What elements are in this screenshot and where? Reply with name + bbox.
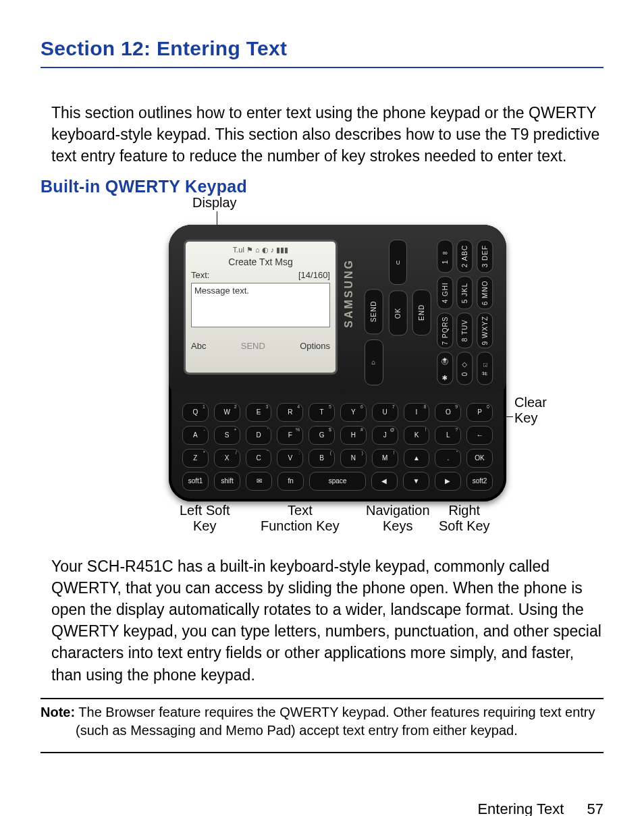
device-figure: Display Clear Key Left Soft Key Text Fun… [115, 199, 601, 537]
qwerty-key: ← [466, 426, 493, 445]
label-text-fn: Text Function Key [261, 503, 340, 534]
qwerty-key: B( [308, 449, 335, 468]
qwerty-key: ◀ [371, 472, 398, 491]
qwerty-key: ✉ [246, 472, 272, 491]
qwerty-key: L? [435, 426, 461, 445]
text-label: Text: [191, 270, 209, 280]
qwerty-key: space [309, 472, 366, 491]
qwerty-key: A- [182, 426, 209, 445]
qwerty-keypad: Q1W2E3R4T5Y6U7I8O9P0A-S+D’F%G$H#J@K!L?←Z… [182, 400, 493, 493]
numpad-key: 8 TUV [456, 312, 473, 348]
numpad: SEND ⌂ ∪ OK END 1 ∞2 ABC3 DEF4 GHI5 JKL6… [365, 240, 493, 385]
qwerty-key: soft2 [466, 472, 493, 491]
label-left-soft: Left Soft Key [180, 503, 230, 534]
footer-label: Entering Text [477, 800, 564, 816]
qwerty-key: G$ [308, 426, 335, 445]
ok-key: OK [389, 290, 408, 335]
char-counter: [14/160] [298, 270, 330, 280]
device-screen: T.ul ⚑ ⌂ ◐ ♪ ▮▮▮ Create Txt Msg Text: [1… [184, 240, 338, 375]
qwerty-key: U7 [372, 403, 398, 422]
note-label: Note: [41, 705, 75, 719]
end-key: END [412, 290, 431, 335]
qwerty-key: Y6 [340, 403, 367, 422]
qwerty-key: Q1 [182, 403, 209, 422]
qwerty-key: V: [277, 449, 303, 468]
label-display: Display [192, 195, 237, 211]
note-rule-bottom [41, 752, 603, 753]
qwerty-key: fn [277, 472, 304, 491]
qwerty-key: F% [277, 426, 303, 445]
brand-logo: SAMSUNG [343, 259, 355, 328]
status-bar: T.ul ⚑ ⌂ ◐ ♪ ▮▮▮ [191, 246, 330, 255]
numpad-key: 1 ∞ [437, 240, 453, 273]
qwerty-key: OK [466, 449, 493, 468]
qwerty-key: soft1 [182, 472, 209, 491]
label-nav: Navigation Keys [366, 503, 430, 534]
label-right-soft: Right Soft Key [439, 503, 490, 534]
device-body: T.ul ⚑ ⌂ ◐ ♪ ▮▮▮ Create Txt Msg Text: [1… [169, 225, 506, 501]
numpad-key: 7 PQRS [437, 312, 453, 348]
numpad-key: # ⏍ [477, 352, 493, 385]
qwerty-key: D’ [246, 426, 272, 445]
message-box: Message text. [191, 283, 330, 327]
qwerty-key: O9 [435, 403, 461, 422]
footer: Entering Text 57 [41, 800, 603, 816]
note-rule-top [41, 698, 603, 699]
numpad-key: 6 MNO [477, 276, 493, 309]
home-key: ⌂ [365, 339, 383, 385]
device-top: T.ul ⚑ ⌂ ◐ ♪ ▮▮▮ Create Txt Msg Text: [1… [169, 225, 506, 393]
qwerty-key: J@ [372, 426, 398, 445]
numpad-grid: 1 ∞2 ABC3 DEF4 GHI5 JKL6 MNO7 PQRS8 TUV9… [437, 240, 493, 385]
qwerty-key: C‾ [246, 449, 272, 468]
qwerty-key: M! [372, 449, 398, 468]
numpad-key: 4 GHI [437, 276, 453, 309]
section-title: Section 12: Entering Text [41, 37, 603, 68]
numpad-key: 0 ◇ [456, 352, 473, 385]
qwerty-key: K! [404, 426, 430, 445]
qwerty-key: T5 [308, 403, 335, 422]
numpad-key: ✱ ⓐ✦ [437, 352, 453, 385]
qwerty-key: E3 [246, 403, 272, 422]
screen-right-soft: Options [300, 341, 330, 351]
qwerty-key: I8 [404, 403, 430, 422]
qwerty-key: shift [214, 472, 240, 491]
screen-left-soft: Abc [191, 341, 206, 351]
qwerty-key: W2 [214, 403, 240, 422]
sub-heading: Built-in QWERTY Keypad [41, 177, 603, 196]
numpad-key: 9 WXYZ [477, 312, 493, 348]
qwerty-key: ▶ [435, 472, 461, 491]
note-text: The Browser feature requires the QWERTY … [75, 705, 595, 738]
qwerty-key: H# [340, 426, 367, 445]
send-key: SEND [365, 289, 383, 334]
body-paragraph: Your SCH-R451C has a built-in keyboard-s… [51, 555, 603, 686]
note: Note: The Browser feature requires the Q… [41, 703, 603, 740]
up-key: ∪ [389, 240, 408, 285]
qwerty-key: ." [435, 449, 461, 468]
qwerty-key: X/ [214, 449, 240, 468]
page-number: 57 [587, 800, 603, 816]
numpad-key: 3 DEF [477, 240, 493, 273]
qwerty-key: ▲ [404, 449, 430, 468]
qwerty-key: N) [340, 449, 367, 468]
qwerty-key: ▼ [403, 472, 429, 491]
intro-paragraph: This section outlines how to enter text … [51, 102, 603, 167]
screen-title: Create Txt Msg [191, 256, 330, 267]
qwerty-key: R4 [277, 403, 303, 422]
qwerty-key: S+ [214, 426, 240, 445]
label-clear-key: Clear Key [514, 395, 547, 426]
qwerty-key: P0 [466, 403, 493, 422]
numpad-key: 5 JKL [456, 276, 473, 309]
numpad-key: 2 ABC [456, 240, 473, 273]
screen-send: SEND [241, 341, 265, 351]
qwerty-key: Z* [182, 449, 209, 468]
